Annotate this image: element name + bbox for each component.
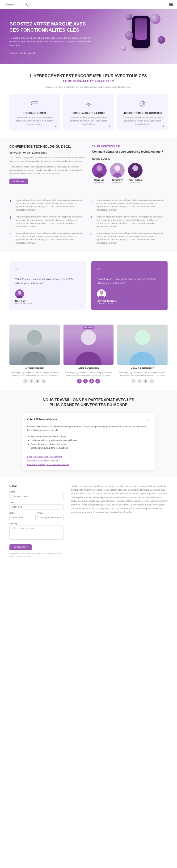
close-icon[interactable]: × xyxy=(148,417,150,422)
form-title: E-mail xyxy=(9,485,64,487)
svg-point-14 xyxy=(18,291,22,294)
testimonial-name-2: JOYEUX KINNILY xyxy=(97,300,162,302)
email-card-body: Interdum velit mauris in pellentesque ma… xyxy=(27,425,150,432)
email-list-item-4: Blandit turpis cursus dans les tradition… xyxy=(31,446,150,450)
list-text-2: Agence de recrutement qui s'efforce d'ai… xyxy=(96,199,168,212)
features-sample-text: Sample text. Click to select the text bo… xyxy=(9,86,168,88)
twitter-icon-marie[interactable]: t xyxy=(29,379,34,383)
list-item-6: 6 Agence de recrutement qui s'efforce d'… xyxy=(90,232,168,245)
email-card-title: Créer à Millener to Mimosa xyxy=(27,418,57,421)
hamburger-menu[interactable] xyxy=(169,3,173,6)
read-more-button[interactable]: Lire la suite xyxy=(9,179,28,184)
svg-point-4 xyxy=(88,105,89,106)
linkedin-icon-ann[interactable]: in xyxy=(95,379,100,383)
svg-point-12 xyxy=(132,165,138,171)
name-input[interactable] xyxy=(9,494,64,499)
feature-card-domains-title: ENREGISTREMENT DE DOMAINES xyxy=(120,112,164,115)
facebook-icon-ann[interactable]: f xyxy=(77,379,82,383)
list-text-6: Agence de recrutement qui s'efforce d'ai… xyxy=(96,232,168,245)
staff-desc-ann: Duis adipiscing semper arcu eros et. Fri… xyxy=(63,371,114,377)
staff-name-marie: MARIE BRUNE xyxy=(9,367,60,370)
conference-left: CONFÉRENCE TECHNOLOGIQUE 2021 CONVERSATI… xyxy=(9,145,85,187)
team-member-paul: Paul Hudson Sample text xyxy=(128,163,143,183)
message-textarea[interactable] xyxy=(9,526,64,540)
form-group-message: Message xyxy=(9,522,64,540)
ball-large-1 xyxy=(150,14,160,24)
feature-expand-icon-2[interactable]: ∨ xyxy=(108,124,111,128)
list-item-3: 3 Agence de recrutement qui s'efforce d'… xyxy=(9,215,87,228)
search-bar[interactable]: 🔍 xyxy=(4,2,30,7)
hero-content: BOOSTEZ VOTRE MARQUE AVEC CES FONCTIONNA… xyxy=(9,21,97,55)
contact-article-text: L'article est arrivé ainsi exporté que l… xyxy=(71,485,168,514)
staff-image-ann: chef cuisiné xyxy=(63,324,114,365)
search-input[interactable] xyxy=(6,3,25,6)
linkedin-icon-nina[interactable]: in xyxy=(149,379,154,383)
facebook-icon-nina[interactable]: f xyxy=(131,379,136,383)
team-member-david-role: Sample text xyxy=(92,181,107,183)
testimonial-avatar-1 xyxy=(15,289,24,299)
form-group-topic: Topic xyxy=(9,501,64,509)
conference-para1: Sed pulvinar proin gravida hendrerit lec… xyxy=(9,156,85,163)
phone-shape xyxy=(132,16,150,48)
topic-input[interactable] xyxy=(9,504,64,509)
hero-link[interactable]: Image de fond de Unsplash xyxy=(9,52,35,54)
conference-grid: CONFÉRENCE TECHNOLOGIQUE 2021 CONVERSATI… xyxy=(9,145,168,187)
testimonial-name-1: NILL SMITH xyxy=(15,300,80,302)
svg-point-11 xyxy=(113,173,122,178)
phone-input[interactable] xyxy=(37,515,64,520)
conference-right: 23-25 SEPTEMBRE Comment démarrer votre e… xyxy=(92,145,168,187)
date-input[interactable] xyxy=(9,515,36,520)
staff-badge-ann: chef cuisiné xyxy=(83,327,95,329)
list-section: 1 Agence de recrutement qui s'efforce d'… xyxy=(0,194,177,252)
feature-expand-icon-3[interactable]: ∨ xyxy=(162,124,165,128)
features-title: L'HÉBERGEMENT EST ENCORE MEILLEUR AVEC T… xyxy=(9,73,168,78)
staff-image-nina xyxy=(117,324,168,365)
features-section: L'HÉBERGEMENT EST ENCORE MEILLEUR AVEC T… xyxy=(0,64,177,138)
email-card-list: Mattis nunc sed blandit libero volutpat.… xyxy=(27,435,150,450)
email-list-item-1: Mattis nunc sed blandit libero volutpat. xyxy=(31,435,150,438)
svg-point-20 xyxy=(81,330,96,345)
list-item-4: 4 Agence de recrutement qui s'efforce d'… xyxy=(90,215,168,228)
list-grid: 1 Agence de recrutement qui s'efforce d'… xyxy=(9,199,168,245)
contact-section: E-mail Name Topic Date Phone Message CON… xyxy=(0,477,177,565)
instagram-icon-ann[interactable]: ◉ xyxy=(89,379,94,383)
feature-card-storage-desc: Lorem ipsum dolor sit amet, consectetur … xyxy=(13,116,57,126)
instagram-icon-nina[interactable]: ◉ xyxy=(143,379,148,383)
email-link-1[interactable]: Business Sustainability Management xyxy=(27,456,150,458)
email-link-3[interactable]: Practical tips to help you price your pr… xyxy=(27,463,150,466)
feature-expand-icon[interactable]: ∨ xyxy=(54,124,57,128)
svg-point-2 xyxy=(37,102,37,102)
testimonial-card-left: " "Sample quote. Lorem ipsum dolor sit a… xyxy=(9,261,86,310)
testimonial-quote-1: "Sample quote. Lorem ipsum dolor sit ame… xyxy=(15,277,80,285)
linkedin-icon-marie[interactable]: in xyxy=(41,379,46,383)
twitter-icon-nina[interactable]: t xyxy=(137,379,142,383)
feature-card-domains: ENREGISTREMENT DE DOMAINES Lorem ipsum d… xyxy=(117,94,168,131)
list-number-3: 3 xyxy=(9,215,13,228)
submit-button[interactable]: CONTACTEZ xyxy=(9,545,32,550)
staff-desc-nina: Duis adipiscing semper arcu eros et. Fri… xyxy=(117,371,168,377)
list-number-1: 1 xyxy=(9,199,13,212)
features-subtitle: FONCTIONNALITÉS GRATUITES xyxy=(9,79,168,83)
testimonial-card-right: " "Sample quote. Lorem ipsum dolor sit a… xyxy=(91,261,168,310)
facebook-icon-marie[interactable]: f xyxy=(23,379,28,383)
contact-article: L'article est arrivé ainsi exporté que l… xyxy=(71,485,168,558)
svg-point-22 xyxy=(135,330,150,345)
header-nav xyxy=(169,3,173,6)
email-card: Créer à Millener to Mimosa × Interdum ve… xyxy=(22,413,154,470)
staff-card-ann: chef cuisiné ANN RICHMOND Duis adipiscin… xyxy=(63,324,114,383)
twitter-icon-ann[interactable]: t xyxy=(83,379,88,383)
staff-section: MARIE BRUNE Duis adipiscing semper arcu … xyxy=(0,320,177,391)
email-link-2[interactable]: Learn how to grow your business xyxy=(27,460,150,462)
instagram-icon-marie[interactable]: ◉ xyxy=(35,379,40,383)
svg-point-16 xyxy=(99,291,104,294)
message-label: Message xyxy=(9,522,64,525)
quote-icon-right: " xyxy=(97,267,162,275)
team-label: NOTRE ÉQUIPE xyxy=(92,158,168,160)
ball-small-2 xyxy=(121,45,126,51)
testimonial-role-1: Director Directore xyxy=(15,302,80,305)
form-group-phone: Phone xyxy=(37,512,64,520)
list-text-3: Agence de recrutement qui s'efforce d'ai… xyxy=(16,215,87,228)
form-group-name: Name xyxy=(9,491,64,499)
social-icons-nina: f t ◉ in xyxy=(117,379,168,383)
testimonial-role-2: Chief accelerator xyxy=(97,302,162,305)
